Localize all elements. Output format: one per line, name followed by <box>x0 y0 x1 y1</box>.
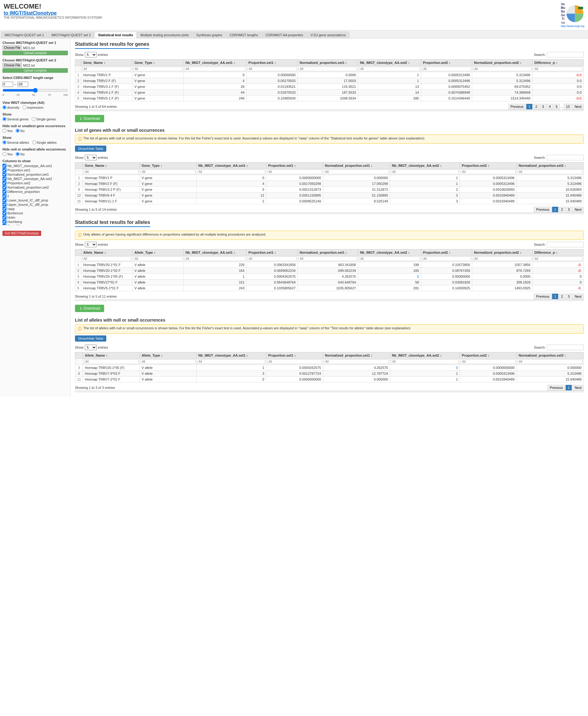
ng-filter-type[interactable] <box>141 170 195 174</box>
ng-filter-norm1[interactable] <box>324 170 389 174</box>
na-filter-norm1[interactable] <box>324 359 389 364</box>
tab-synthesis[interactable]: Synthesis graphs <box>193 31 226 38</box>
col-nb2[interactable] <box>2 176 6 181</box>
radio-hide-genes-yes[interactable] <box>2 129 6 133</box>
col-header-nb1[interactable]: Nb_IMGT_clonotype_AA.set1 ↕ <box>183 60 246 66</box>
col-a-norm2[interactable]: Normalized_proportion.set2 ↕ <box>472 249 532 256</box>
col-header-nb2[interactable]: Nb_IMGT_clonotype_AA.set2 ↕ <box>358 60 421 66</box>
ng-filter-prop1[interactable] <box>267 170 322 174</box>
col-ng-nb1[interactable]: Nb_IMGT_clonotype_AA.set1 ↕ <box>196 163 266 169</box>
col-header-norm2[interactable]: Normalized_proportion.set2 ↕ <box>472 60 532 66</box>
na-filter-name[interactable] <box>84 359 139 364</box>
col-a-nb1[interactable]: Nb_IMGT_clonotype_AA.set1 ↕ <box>183 249 246 256</box>
col-na-norm1[interactable]: Normalized_proportion.set1 ↕ <box>323 352 390 359</box>
cdr3-min-input[interactable] <box>2 82 13 87</box>
filter-nb1[interactable] <box>185 67 246 71</box>
radio-diversity[interactable] <box>2 105 6 109</box>
col-sidakss[interactable] <box>2 224 6 225</box>
col-na-prop1[interactable]: Proportion.set1 ↕ <box>266 352 323 359</box>
a-filter-nb1[interactable] <box>185 256 246 261</box>
col-ng-type[interactable]: Gene_Type ↕ <box>140 163 196 169</box>
na-filter-nb1[interactable] <box>197 359 266 364</box>
col-z[interactable] <box>2 194 6 198</box>
null-alleles-pag-1[interactable]: 1 <box>566 385 572 391</box>
na-filter-prop2[interactable] <box>461 359 516 364</box>
ng-filter-name[interactable] <box>84 170 139 174</box>
null-alleles-search-input[interactable] <box>547 345 584 350</box>
null-alleles-show-hide-btn[interactable]: Show/Hide Table <box>75 335 106 341</box>
filter-gene-name[interactable] <box>82 67 131 71</box>
ng-filter-norm2[interactable] <box>518 170 583 174</box>
col-header-prop1[interactable]: Proportion.set1 ↕ <box>246 60 297 66</box>
col-upper[interactable] <box>2 203 6 206</box>
null-alleles-next[interactable]: Next <box>572 385 584 391</box>
alleles-scrollbar[interactable] <box>75 299 584 301</box>
col-rawp[interactable] <box>2 207 6 211</box>
col-ng-prop1[interactable]: Proportion.set1 ↕ <box>266 163 323 169</box>
col-header-gene-name[interactable]: Gene_Name ↕ <box>81 60 132 66</box>
ng-filter-nb1[interactable] <box>197 170 266 174</box>
choose-file1-btn[interactable]: Choose File <box>2 45 22 50</box>
radio-several-alleles[interactable] <box>2 140 6 144</box>
col-a-name[interactable]: Allele_Name ↕ <box>81 249 132 256</box>
col-na-name[interactable]: Allele_Name ↕ <box>83 352 140 359</box>
tab-vdj[interactable]: V-DJ gene associations <box>307 31 349 38</box>
ng-filter-prop2[interactable] <box>461 170 516 174</box>
null-genes-pag-3[interactable]: 3 <box>566 207 572 212</box>
null-alleles-scrollbar[interactable] <box>75 391 584 392</box>
genes-search-input[interactable] <box>547 52 584 58</box>
choose-file2-btn[interactable]: Choose File <box>2 63 22 68</box>
col-a-nb2[interactable]: Nb_IMGT_clonotype_AA.set2 ↕ <box>358 249 421 256</box>
col-norm1[interactable] <box>2 172 6 176</box>
col-a-prop1[interactable]: Proportion.set1 ↕ <box>246 249 297 256</box>
cdr3-max-input[interactable] <box>18 82 28 87</box>
filter-norm2[interactable] <box>473 67 531 71</box>
cdr3-range-slider[interactable] <box>2 88 68 93</box>
null-genes-prev[interactable]: Previous <box>534 207 551 212</box>
tab-cdr-aa[interactable]: CDR/IMGT AA properties <box>262 31 307 38</box>
col-prop2[interactable] <box>2 181 6 185</box>
tab-statistical-test[interactable]: Statistical test results <box>94 31 136 38</box>
genes-pag-1[interactable]: 1 <box>526 104 532 109</box>
na-filter-nb2[interactable] <box>391 359 459 364</box>
col-header-norm1[interactable]: Normalized_proportion.set1 ↕ <box>298 60 358 66</box>
exit-btn[interactable]: Exit IMGT/StatClonotype <box>2 231 41 236</box>
col-na-type[interactable]: Allele_Type ↕ <box>140 352 196 359</box>
alleles-pag-2[interactable]: 2 <box>559 294 565 299</box>
col-na-nb1[interactable]: Nb_IMGT_clonotype_AA.set1 ↕ <box>196 352 266 359</box>
radio-several-genes[interactable] <box>2 117 6 121</box>
col-bonferroni[interactable] <box>2 211 6 215</box>
filter-diff[interactable] <box>533 67 583 71</box>
a-filter-prop1[interactable] <box>248 256 296 261</box>
col-nb1[interactable] <box>2 164 6 168</box>
genes-pag-3[interactable]: 3 <box>540 104 546 109</box>
genes-pag-2[interactable]: 2 <box>533 104 539 109</box>
null-genes-scrollbar[interactable] <box>75 212 584 214</box>
col-ng-nb2[interactable]: Nb_IMGT_clonotype_AA.set2 ↕ <box>390 163 460 169</box>
col-a-diff[interactable]: Difference_p ↕ <box>532 249 583 256</box>
a-filter-type[interactable] <box>133 256 182 261</box>
radio-single-alleles[interactable] <box>32 140 36 144</box>
genes-pag-prev[interactable]: Previous <box>508 104 526 109</box>
genes-pag-5[interactable]: 5 <box>553 104 560 109</box>
a-filter-norm2[interactable] <box>473 256 531 261</box>
null-genes-next[interactable]: Next <box>572 207 584 212</box>
col-a-norm1[interactable]: Normalized_proportion.set1 ↕ <box>298 249 358 256</box>
tab-set1[interactable]: IMGT/HighV-QUEST set 1 <box>1 31 47 38</box>
alleles-prev[interactable]: Previous <box>534 294 551 299</box>
ng-filter-nb2[interactable] <box>391 170 459 174</box>
header-url[interactable]: http://www.imgt.org <box>561 25 584 28</box>
col-ng-norm2[interactable]: Normalized_proportion.set2 ↕ <box>517 163 583 169</box>
null-alleles-prev[interactable]: Previous <box>547 385 565 391</box>
genes-show-select[interactable]: 51025All <box>85 52 97 58</box>
genes-scrollbar[interactable] <box>75 109 584 111</box>
filter-prop1[interactable] <box>248 67 296 71</box>
col-na-norm2[interactable]: Normalized_proportion.set2 ↕ <box>517 352 583 359</box>
genes-pag-4[interactable]: 4 <box>547 104 553 109</box>
upload1-btn[interactable]: Upload complete <box>2 51 68 55</box>
alleles-pag-3[interactable]: 3 <box>566 294 572 299</box>
genes-pag-13[interactable]: 13 <box>564 104 572 109</box>
tab-set2[interactable]: IMGT/HighV-QUEST set 2 <box>48 31 94 38</box>
null-genes-pag-2[interactable]: 2 <box>559 207 565 212</box>
col-ng-norm1[interactable]: Normalized_proportion.set1 ↕ <box>323 163 390 169</box>
